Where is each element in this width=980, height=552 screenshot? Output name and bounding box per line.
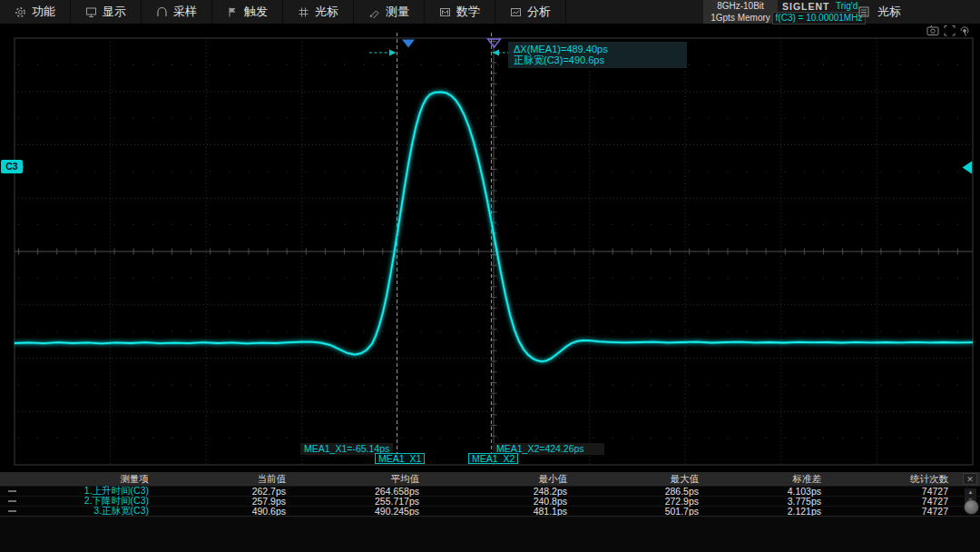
header-count: 统计次数: [821, 473, 948, 486]
header-mean: 平均值: [286, 473, 419, 486]
header-max: 最大值: [567, 473, 699, 486]
row-handle-icon[interactable]: [8, 500, 16, 502]
header-item: 测量项: [27, 473, 149, 486]
screenshot-camera-icon[interactable]: [927, 25, 938, 35]
header-std: 标准差: [699, 473, 821, 486]
row-handle-icon[interactable]: [8, 510, 16, 512]
graticule: [15, 38, 973, 465]
cursor-delta-annotation: ΔX(MEA1)=489.40ps 正脉宽(C3)=490.6ps: [508, 42, 687, 68]
scroll-up-button[interactable]: ▲: [965, 488, 976, 496]
cursor-x1-tag[interactable]: MEA1_X1: [375, 453, 425, 464]
measurement-table: 测量项 当前值 平均值 最小值 最大值 标准差 统计次数 1.上升时间(C3) …: [0, 472, 980, 516]
status-bar: C3 DC50 1X 75.0mV/ FULL 119mV 时基 444ps 5…: [0, 516, 980, 552]
close-table-button[interactable]: ✕: [963, 473, 977, 485]
table-row[interactable]: 3.正脉宽(C3) 490.6ps 490.245ps 481.1ps 501.…: [0, 506, 980, 516]
waveform-display: [0, 0, 980, 552]
knob-indicator-icon[interactable]: [964, 499, 979, 515]
cursor-delta-right-arrowhead: [389, 50, 397, 56]
trigger-delay-marker[interactable]: [402, 40, 415, 48]
measurement-table-header: 测量项 当前值 平均值 最小值 最大值 标准差 统计次数: [0, 472, 980, 486]
delta-x-value: ΔX(MEA1)=489.40ps: [514, 44, 681, 55]
trigger-level-marker[interactable]: [963, 162, 973, 174]
cursor-x2-tag[interactable]: MEA1_X2: [468, 453, 518, 464]
touch-icon[interactable]: [961, 27, 968, 36]
channel3-offset-marker[interactable]: C3: [1, 160, 23, 173]
row-handle-icon[interactable]: [8, 490, 16, 492]
positive-width-value: 正脉宽(C3)=490.6ps: [514, 55, 681, 66]
header-current: 当前值: [149, 473, 286, 486]
header-min: 最小值: [419, 473, 567, 486]
fullscreen-icon[interactable]: [945, 26, 955, 36]
